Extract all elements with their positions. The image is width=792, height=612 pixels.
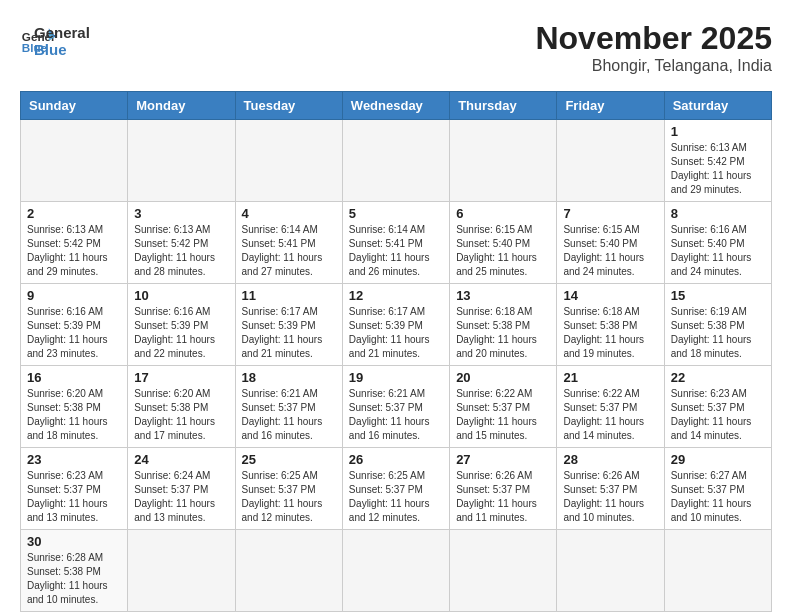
day-info: Sunrise: 6:20 AM Sunset: 5:38 PM Dayligh…	[134, 387, 228, 443]
day-info: Sunrise: 6:13 AM Sunset: 5:42 PM Dayligh…	[671, 141, 765, 197]
calendar-table: Sunday Monday Tuesday Wednesday Thursday…	[20, 91, 772, 612]
calendar-cell: 2Sunrise: 6:13 AM Sunset: 5:42 PM Daylig…	[21, 202, 128, 284]
calendar-cell: 6Sunrise: 6:15 AM Sunset: 5:40 PM Daylig…	[450, 202, 557, 284]
day-number: 27	[456, 452, 550, 467]
calendar-cell: 1Sunrise: 6:13 AM Sunset: 5:42 PM Daylig…	[664, 120, 771, 202]
day-number: 10	[134, 288, 228, 303]
calendar-cell: 19Sunrise: 6:21 AM Sunset: 5:37 PM Dayli…	[342, 366, 449, 448]
calendar-cell: 9Sunrise: 6:16 AM Sunset: 5:39 PM Daylig…	[21, 284, 128, 366]
calendar-cell: 20Sunrise: 6:22 AM Sunset: 5:37 PM Dayli…	[450, 366, 557, 448]
day-number: 30	[27, 534, 121, 549]
calendar-cell: 10Sunrise: 6:16 AM Sunset: 5:39 PM Dayli…	[128, 284, 235, 366]
day-info: Sunrise: 6:19 AM Sunset: 5:38 PM Dayligh…	[671, 305, 765, 361]
day-info: Sunrise: 6:15 AM Sunset: 5:40 PM Dayligh…	[563, 223, 657, 279]
day-info: Sunrise: 6:18 AM Sunset: 5:38 PM Dayligh…	[563, 305, 657, 361]
header-sunday: Sunday	[21, 92, 128, 120]
day-info: Sunrise: 6:28 AM Sunset: 5:38 PM Dayligh…	[27, 551, 121, 607]
day-number: 23	[27, 452, 121, 467]
calendar-header: Sunday Monday Tuesday Wednesday Thursday…	[21, 92, 772, 120]
calendar-cell: 3Sunrise: 6:13 AM Sunset: 5:42 PM Daylig…	[128, 202, 235, 284]
day-info: Sunrise: 6:25 AM Sunset: 5:37 PM Dayligh…	[349, 469, 443, 525]
page-title: November 2025	[535, 20, 772, 57]
day-number: 12	[349, 288, 443, 303]
calendar-cell: 25Sunrise: 6:25 AM Sunset: 5:37 PM Dayli…	[235, 448, 342, 530]
day-info: Sunrise: 6:17 AM Sunset: 5:39 PM Dayligh…	[349, 305, 443, 361]
calendar-cell: 13Sunrise: 6:18 AM Sunset: 5:38 PM Dayli…	[450, 284, 557, 366]
calendar-cell	[128, 120, 235, 202]
calendar-cell: 15Sunrise: 6:19 AM Sunset: 5:38 PM Dayli…	[664, 284, 771, 366]
header-wednesday: Wednesday	[342, 92, 449, 120]
calendar-cell	[557, 530, 664, 612]
calendar-cell: 22Sunrise: 6:23 AM Sunset: 5:37 PM Dayli…	[664, 366, 771, 448]
day-info: Sunrise: 6:15 AM Sunset: 5:40 PM Dayligh…	[456, 223, 550, 279]
header-saturday: Saturday	[664, 92, 771, 120]
day-info: Sunrise: 6:23 AM Sunset: 5:37 PM Dayligh…	[671, 387, 765, 443]
calendar-body: 1Sunrise: 6:13 AM Sunset: 5:42 PM Daylig…	[21, 120, 772, 612]
calendar-cell: 21Sunrise: 6:22 AM Sunset: 5:37 PM Dayli…	[557, 366, 664, 448]
title-block: November 2025 Bhongir, Telangana, India	[535, 20, 772, 75]
day-number: 2	[27, 206, 121, 221]
logo: General Blue General Blue	[20, 20, 90, 59]
day-number: 8	[671, 206, 765, 221]
day-info: Sunrise: 6:23 AM Sunset: 5:37 PM Dayligh…	[27, 469, 121, 525]
calendar-cell: 28Sunrise: 6:26 AM Sunset: 5:37 PM Dayli…	[557, 448, 664, 530]
day-number: 21	[563, 370, 657, 385]
day-number: 15	[671, 288, 765, 303]
calendar-cell	[557, 120, 664, 202]
day-info: Sunrise: 6:18 AM Sunset: 5:38 PM Dayligh…	[456, 305, 550, 361]
calendar-cell: 12Sunrise: 6:17 AM Sunset: 5:39 PM Dayli…	[342, 284, 449, 366]
day-info: Sunrise: 6:25 AM Sunset: 5:37 PM Dayligh…	[242, 469, 336, 525]
day-number: 14	[563, 288, 657, 303]
day-number: 20	[456, 370, 550, 385]
header-monday: Monday	[128, 92, 235, 120]
day-number: 25	[242, 452, 336, 467]
calendar-cell: 4Sunrise: 6:14 AM Sunset: 5:41 PM Daylig…	[235, 202, 342, 284]
calendar-cell: 23Sunrise: 6:23 AM Sunset: 5:37 PM Dayli…	[21, 448, 128, 530]
day-number: 16	[27, 370, 121, 385]
day-number: 24	[134, 452, 228, 467]
calendar-cell: 30Sunrise: 6:28 AM Sunset: 5:38 PM Dayli…	[21, 530, 128, 612]
day-number: 7	[563, 206, 657, 221]
day-number: 19	[349, 370, 443, 385]
day-number: 9	[27, 288, 121, 303]
day-info: Sunrise: 6:14 AM Sunset: 5:41 PM Dayligh…	[242, 223, 336, 279]
calendar-cell	[450, 120, 557, 202]
day-info: Sunrise: 6:24 AM Sunset: 5:37 PM Dayligh…	[134, 469, 228, 525]
day-number: 3	[134, 206, 228, 221]
day-info: Sunrise: 6:13 AM Sunset: 5:42 PM Dayligh…	[27, 223, 121, 279]
calendar-cell: 16Sunrise: 6:20 AM Sunset: 5:38 PM Dayli…	[21, 366, 128, 448]
day-info: Sunrise: 6:26 AM Sunset: 5:37 PM Dayligh…	[563, 469, 657, 525]
calendar-cell: 18Sunrise: 6:21 AM Sunset: 5:37 PM Dayli…	[235, 366, 342, 448]
day-number: 17	[134, 370, 228, 385]
header-friday: Friday	[557, 92, 664, 120]
logo-blue-text: Blue	[34, 41, 90, 58]
calendar-cell: 7Sunrise: 6:15 AM Sunset: 5:40 PM Daylig…	[557, 202, 664, 284]
calendar-cell	[664, 530, 771, 612]
day-info: Sunrise: 6:16 AM Sunset: 5:40 PM Dayligh…	[671, 223, 765, 279]
day-number: 5	[349, 206, 443, 221]
day-number: 28	[563, 452, 657, 467]
day-info: Sunrise: 6:17 AM Sunset: 5:39 PM Dayligh…	[242, 305, 336, 361]
weekday-header-row: Sunday Monday Tuesday Wednesday Thursday…	[21, 92, 772, 120]
day-info: Sunrise: 6:13 AM Sunset: 5:42 PM Dayligh…	[134, 223, 228, 279]
calendar-cell: 17Sunrise: 6:20 AM Sunset: 5:38 PM Dayli…	[128, 366, 235, 448]
day-number: 13	[456, 288, 550, 303]
day-info: Sunrise: 6:22 AM Sunset: 5:37 PM Dayligh…	[456, 387, 550, 443]
page-header: General Blue General Blue November 2025 …	[20, 20, 772, 75]
day-info: Sunrise: 6:26 AM Sunset: 5:37 PM Dayligh…	[456, 469, 550, 525]
calendar-cell	[450, 530, 557, 612]
day-number: 29	[671, 452, 765, 467]
page-subtitle: Bhongir, Telangana, India	[535, 57, 772, 75]
day-info: Sunrise: 6:22 AM Sunset: 5:37 PM Dayligh…	[563, 387, 657, 443]
calendar-cell: 27Sunrise: 6:26 AM Sunset: 5:37 PM Dayli…	[450, 448, 557, 530]
calendar-cell	[235, 120, 342, 202]
day-number: 4	[242, 206, 336, 221]
logo-general-text: General	[34, 24, 90, 41]
calendar-cell	[128, 530, 235, 612]
day-info: Sunrise: 6:21 AM Sunset: 5:37 PM Dayligh…	[242, 387, 336, 443]
day-number: 11	[242, 288, 336, 303]
calendar-cell: 5Sunrise: 6:14 AM Sunset: 5:41 PM Daylig…	[342, 202, 449, 284]
day-info: Sunrise: 6:21 AM Sunset: 5:37 PM Dayligh…	[349, 387, 443, 443]
day-info: Sunrise: 6:27 AM Sunset: 5:37 PM Dayligh…	[671, 469, 765, 525]
calendar-cell	[235, 530, 342, 612]
